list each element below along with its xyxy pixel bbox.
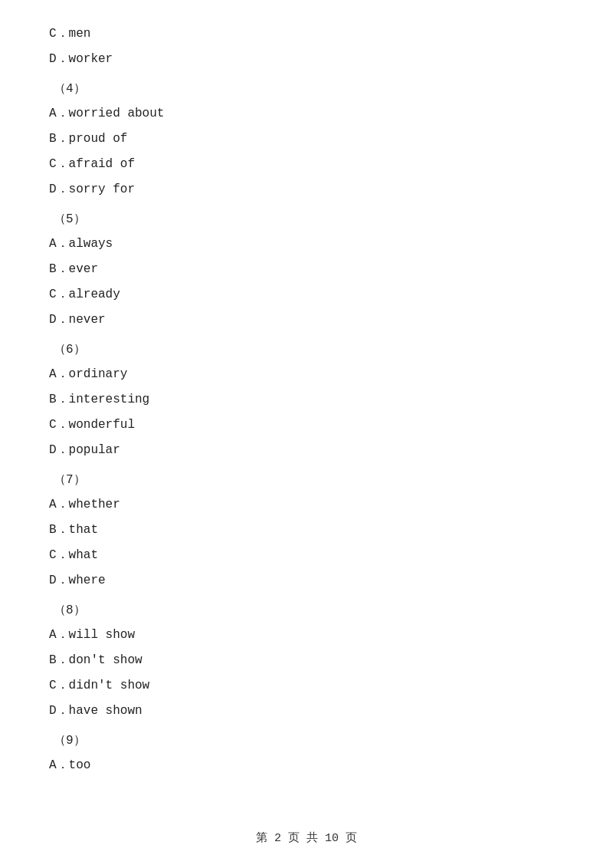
option-item: A．always — [46, 233, 567, 255]
option-item: C．didn't show — [46, 675, 567, 697]
question-number: （4） — [46, 78, 567, 100]
option-item: D．where — [46, 570, 567, 592]
question-number: （7） — [46, 469, 567, 492]
option-item: B．proud of — [46, 128, 567, 150]
option-item: D．sorry for — [46, 179, 567, 201]
option-item: D．never — [46, 309, 567, 331]
option-item: C．already — [46, 284, 567, 306]
option-item: D．worker — [46, 48, 567, 71]
option-item: A．too — [46, 755, 567, 777]
option-item: A．worried about — [46, 103, 567, 125]
question-number: （8） — [46, 600, 567, 622]
option-item: B．that — [46, 519, 567, 541]
question-number: （5） — [46, 209, 567, 231]
option-item: C．men — [46, 23, 567, 45]
option-item: B．interesting — [46, 389, 567, 411]
option-item: D．have shown — [46, 700, 567, 722]
option-item: B．ever — [46, 258, 567, 281]
option-item: A．whether — [46, 494, 567, 516]
option-item: D．popular — [46, 439, 567, 462]
question-number: （9） — [46, 730, 567, 752]
question-number: （6） — [46, 339, 567, 361]
option-item: A．ordinary — [46, 363, 567, 386]
option-item: A．will show — [46, 624, 567, 646]
option-item: C．what — [46, 544, 567, 567]
page-footer: 第 2 页 共 10 页 — [0, 830, 613, 845]
option-item: C．afraid of — [46, 153, 567, 176]
option-item: B．don't show — [46, 649, 567, 672]
option-item: C．wonderful — [46, 414, 567, 436]
